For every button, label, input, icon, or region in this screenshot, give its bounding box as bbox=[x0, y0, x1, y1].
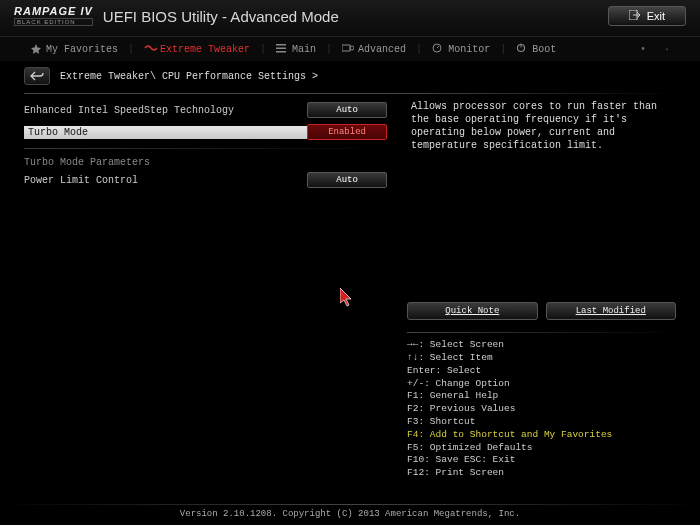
tab-bar: My Favorites | Extreme Tweaker | Main | … bbox=[0, 37, 700, 61]
footer: Version 2.10.1208. Copyright (C) 2013 Am… bbox=[0, 504, 700, 519]
tweaker-icon bbox=[144, 43, 156, 55]
quick-note-button[interactable]: Quick Note bbox=[407, 302, 537, 320]
svg-rect-3 bbox=[276, 51, 286, 53]
tab-boot[interactable]: Boot bbox=[510, 43, 562, 55]
setting-eist[interactable]: Enhanced Intel SpeedStep Technology Auto bbox=[24, 100, 387, 120]
help-text: Allows processor cores to run faster tha… bbox=[407, 100, 676, 152]
divider bbox=[24, 93, 676, 94]
setting-power-limit[interactable]: Power Limit Control Auto bbox=[24, 170, 387, 190]
star-icon bbox=[30, 43, 42, 55]
back-arrow-icon bbox=[30, 71, 44, 81]
breadcrumb-row: Extreme Tweaker\ CPU Performance Setting… bbox=[0, 61, 700, 91]
eist-value[interactable]: Auto bbox=[307, 102, 387, 118]
svg-rect-8 bbox=[521, 44, 522, 48]
exit-button[interactable]: Exit bbox=[608, 6, 686, 26]
monitor-icon bbox=[432, 43, 444, 55]
back-button[interactable] bbox=[24, 67, 50, 85]
tab-monitor[interactable]: Monitor bbox=[426, 43, 496, 55]
logo-top: RAMPAGE IV bbox=[14, 6, 93, 17]
power-icon bbox=[516, 43, 528, 55]
page-title: UEFI BIOS Utility - Advanced Mode bbox=[103, 8, 339, 25]
list-icon bbox=[276, 43, 288, 55]
svg-point-5 bbox=[350, 46, 354, 50]
logo: RAMPAGE IV BLACK EDITION bbox=[14, 6, 93, 26]
exit-label: Exit bbox=[647, 10, 665, 22]
help-panel: Allows processor cores to run faster tha… bbox=[407, 100, 676, 480]
breadcrumb: Extreme Tweaker\ CPU Performance Setting… bbox=[60, 71, 318, 82]
svg-rect-1 bbox=[276, 44, 286, 46]
tab-extreme-tweaker[interactable]: Extreme Tweaker bbox=[138, 43, 256, 55]
page-dots: • · bbox=[640, 44, 676, 55]
exit-icon bbox=[629, 10, 641, 22]
tab-favorites[interactable]: My Favorites bbox=[24, 43, 124, 55]
svg-rect-4 bbox=[342, 45, 350, 51]
logo-bottom: BLACK EDITION bbox=[14, 18, 93, 26]
turbo-value[interactable]: Enabled bbox=[307, 124, 387, 140]
advanced-icon bbox=[342, 43, 354, 55]
settings-panel: Enhanced Intel SpeedStep Technology Auto… bbox=[24, 100, 387, 480]
header: RAMPAGE IV BLACK EDITION UEFI BIOS Utili… bbox=[0, 0, 700, 37]
plc-value[interactable]: Auto bbox=[307, 172, 387, 188]
tab-advanced[interactable]: Advanced bbox=[336, 43, 412, 55]
setting-turbo-mode[interactable]: Turbo Mode Enabled bbox=[24, 122, 387, 142]
section-header: Turbo Mode Parameters bbox=[24, 157, 387, 168]
last-modified-button[interactable]: Last Modified bbox=[546, 302, 676, 320]
key-hints: →←: Select Screen ↑↓: Select Item Enter:… bbox=[407, 339, 676, 480]
tab-main[interactable]: Main bbox=[270, 43, 322, 55]
svg-rect-2 bbox=[276, 48, 286, 50]
